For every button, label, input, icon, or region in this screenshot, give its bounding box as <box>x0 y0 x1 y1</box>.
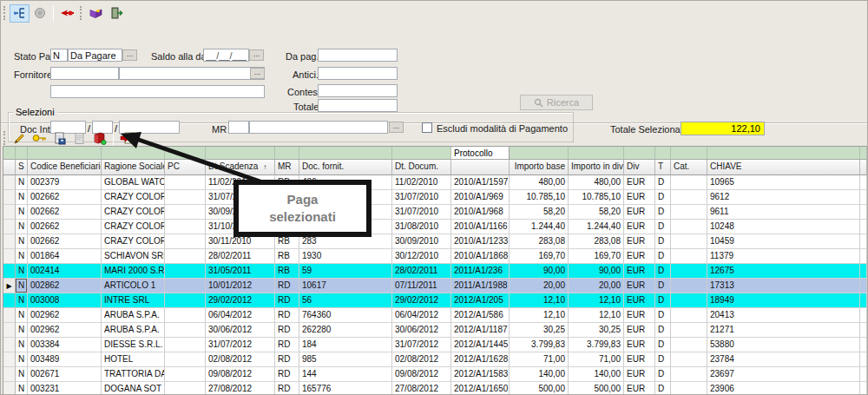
cell[interactable]: RD <box>275 367 299 382</box>
cell[interactable]: 58,20 <box>510 205 569 220</box>
cell[interactable]: D <box>655 382 671 395</box>
cell[interactable]: CRAZY COLOR <box>102 190 165 205</box>
cell[interactable] <box>860 338 867 352</box>
saldo-lookup-button[interactable]: ... <box>249 49 264 61</box>
cell[interactable] <box>165 338 206 352</box>
cell[interactable] <box>860 279 867 293</box>
cell[interactable]: 10248 <box>707 220 860 234</box>
cell[interactable]: D <box>655 249 671 264</box>
cell[interactable]: 2010/A1/1166 <box>451 220 510 234</box>
exit-door-icon[interactable] <box>106 4 126 23</box>
da-pag-input[interactable] <box>318 49 398 62</box>
cell[interactable] <box>165 279 206 293</box>
cell[interactable] <box>860 293 867 308</box>
cell[interactable]: N <box>16 220 28 234</box>
fornitore-name-input[interactable] <box>119 67 265 80</box>
cell[interactable]: D <box>655 175 671 190</box>
cell[interactable]: 90,00 <box>569 264 624 279</box>
cell[interactable] <box>165 382 206 395</box>
row-selector-cell[interactable] <box>3 234 16 249</box>
cell[interactable]: 500,00 <box>569 382 624 395</box>
cell[interactable]: 140,00 <box>569 367 624 382</box>
cell[interactable]: DIESSE S.R.L. <box>102 338 165 352</box>
cell[interactable]: CRAZY COLOR <box>102 205 165 220</box>
cell[interactable]: N <box>16 190 28 205</box>
cell[interactable]: D <box>655 308 671 323</box>
cell[interactable]: 29/02/2012 <box>392 293 451 308</box>
cell[interactable]: 2010/A1/1868 <box>451 249 510 264</box>
cell[interactable]: 2010/A1/1233 <box>451 234 510 249</box>
save-document-icon[interactable] <box>49 129 69 148</box>
cell[interactable]: 20413 <box>707 308 860 323</box>
cell[interactable]: 480,00 <box>569 175 624 190</box>
document-disabled-icon[interactable] <box>69 129 89 148</box>
cell[interactable]: 12,10 <box>510 308 569 323</box>
table-row[interactable]: N003231DOGANA SOT27/08/2012RD16577627/08… <box>3 382 868 395</box>
fornitore-lookup-button[interactable]: ... <box>250 68 265 79</box>
cell[interactable]: EUR <box>624 352 655 367</box>
cell[interactable]: 2012/A1/1583 <box>451 367 510 382</box>
cell[interactable]: 27/08/2012 <box>392 382 451 395</box>
cell[interactable]: TRATTORIA DA <box>102 367 165 382</box>
cell[interactable]: 06/04/2012 <box>206 308 275 323</box>
cell[interactable]: 29/02/2012 <box>206 293 275 308</box>
antici-input[interactable] <box>318 67 398 80</box>
cell[interactable] <box>860 382 867 395</box>
table-row[interactable]: N002671TRATTORIA DA09/08/2012RD14409/08/… <box>3 367 868 382</box>
column-header-pc[interactable]: PC <box>165 160 206 175</box>
cell[interactable]: 20,00 <box>569 279 624 293</box>
cell[interactable]: EUR <box>624 308 655 323</box>
table-row[interactable]: N003489HOTEL02/08/2012RD98502/08/2012201… <box>3 352 868 367</box>
cell[interactable]: HOTEL <box>102 352 165 367</box>
cell[interactable]: 169,70 <box>569 249 624 264</box>
table-row[interactable]: N002414MARI 2000 S.R.L.31/05/2011RB5928/… <box>3 264 868 279</box>
cell[interactable]: 003231 <box>28 382 102 395</box>
table-row[interactable]: N002662CRAZY COLOR30/11/2010RB28330/09/2… <box>3 234 868 249</box>
column-header-dt-docum-[interactable]: Dt. Docum. <box>392 160 451 175</box>
cell[interactable] <box>671 279 707 293</box>
cell[interactable]: 1.244,40 <box>569 220 624 234</box>
row-selector-cell[interactable] <box>3 382 16 395</box>
cell[interactable] <box>671 382 707 395</box>
cell[interactable]: 144 <box>299 367 392 382</box>
cell[interactable]: 184 <box>299 338 392 352</box>
cell[interactable]: DOGANA SOT <box>102 382 165 395</box>
cell[interactable]: EUR <box>624 382 655 395</box>
cell[interactable]: RD <box>275 279 299 293</box>
cell[interactable] <box>860 220 867 234</box>
cell[interactable]: 09/08/2012 <box>206 367 275 382</box>
cell[interactable]: 28/02/2011 <box>206 249 275 264</box>
cell[interactable]: 001864 <box>28 249 102 264</box>
cell[interactable]: 10.785,10 <box>510 190 569 205</box>
cell[interactable]: 2010/A1/968 <box>451 205 510 220</box>
table-row[interactable]: N002662CRAZY COLOR30/09/201031/07/201020… <box>3 205 868 220</box>
cell[interactable]: 12,10 <box>569 293 624 308</box>
cell[interactable]: 764360 <box>299 308 392 323</box>
cell[interactable]: 2012/A1/586 <box>451 308 510 323</box>
cell[interactable]: EUR <box>624 293 655 308</box>
cell[interactable]: RD <box>275 308 299 323</box>
cell[interactable]: 30/06/2012 <box>206 323 275 338</box>
column-header-cell[interactable] <box>3 160 16 175</box>
column-header-cell[interactable] <box>860 160 867 175</box>
cell[interactable]: RB <box>275 249 299 264</box>
cell[interactable] <box>860 308 867 323</box>
cell[interactable]: EUR <box>624 234 655 249</box>
column-header-cell[interactable] <box>451 160 510 175</box>
contes-input[interactable] <box>318 84 398 97</box>
cell[interactable]: 9611 <box>707 205 860 220</box>
column-header-div[interactable]: Div <box>624 160 655 175</box>
cell[interactable] <box>860 190 867 205</box>
table-row[interactable]: N003008INTRE SRL29/02/2012RD5629/02/2012… <box>3 293 868 308</box>
cell[interactable]: N <box>16 382 28 395</box>
cell[interactable] <box>165 293 206 308</box>
ricerca-button[interactable]: Ricerca <box>520 95 593 110</box>
cell[interactable]: 2010/A1/1597 <box>451 175 510 190</box>
cell[interactable]: EUR <box>624 190 655 205</box>
cell[interactable] <box>860 323 867 338</box>
cell[interactable]: D <box>655 264 671 279</box>
cell[interactable]: 28/02/2011 <box>392 264 451 279</box>
cell[interactable]: 12,10 <box>510 293 569 308</box>
cell[interactable]: 002962 <box>28 308 102 323</box>
row-selector-cell[interactable] <box>3 264 16 279</box>
